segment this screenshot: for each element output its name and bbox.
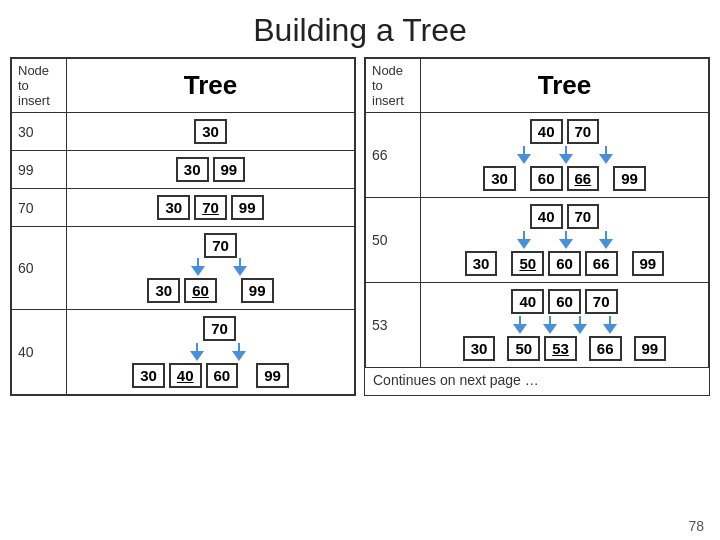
node-66-66: 66 — [567, 166, 600, 191]
left-table: Node toinsert Tree 30 30 99 30 99 — [10, 57, 356, 396]
page-title: Building a Tree — [0, 0, 720, 57]
node-70-66: 70 — [567, 119, 600, 144]
node-70-r3: 70 — [194, 195, 227, 220]
node-30-r5: 30 — [132, 363, 165, 388]
node-70-53: 70 — [585, 289, 618, 314]
node-40-66: 40 — [530, 119, 563, 144]
node-99-66: 99 — [613, 166, 646, 191]
node-30-r2: 30 — [176, 157, 209, 182]
node-30-66: 30 — [483, 166, 516, 191]
node-66-53: 66 — [589, 336, 622, 361]
node-50-50: 50 — [511, 251, 544, 276]
node-50-53: 50 — [507, 336, 540, 361]
node-30-r1: 30 — [194, 119, 227, 144]
node-70-50: 70 — [567, 204, 600, 229]
node-30-r3: 30 — [157, 195, 190, 220]
node-30-50: 30 — [465, 251, 498, 276]
node-60-r5: 60 — [206, 363, 239, 388]
node-60-50: 60 — [548, 251, 581, 276]
node-40-50: 40 — [530, 204, 563, 229]
node-70-r4: 70 — [204, 233, 237, 258]
node-66-50: 66 — [585, 251, 618, 276]
node-30-r4: 30 — [147, 278, 180, 303]
node-40-53: 40 — [511, 289, 544, 314]
node-60-66: 60 — [530, 166, 563, 191]
node-99-50: 99 — [632, 251, 665, 276]
right-table: Node toinsert Tree 66 40 70 — [364, 57, 710, 396]
node-99-r2: 99 — [213, 157, 246, 182]
node-99-r3: 99 — [231, 195, 264, 220]
node-99-53: 99 — [634, 336, 667, 361]
node-40-r5: 40 — [169, 363, 202, 388]
node-99-r5: 99 — [256, 363, 289, 388]
node-30-53: 30 — [463, 336, 496, 361]
node-60-53top: 60 — [548, 289, 581, 314]
node-60-r4: 60 — [184, 278, 217, 303]
node-70-r5: 70 — [203, 316, 236, 341]
continues-text: Continues on next page … — [365, 368, 709, 388]
left-tree-header: Tree — [67, 59, 355, 113]
page-number: 78 — [688, 518, 704, 534]
node-53-53: 53 — [544, 336, 577, 361]
right-tree-header: Tree — [421, 59, 709, 113]
node-99-r4: 99 — [241, 278, 274, 303]
